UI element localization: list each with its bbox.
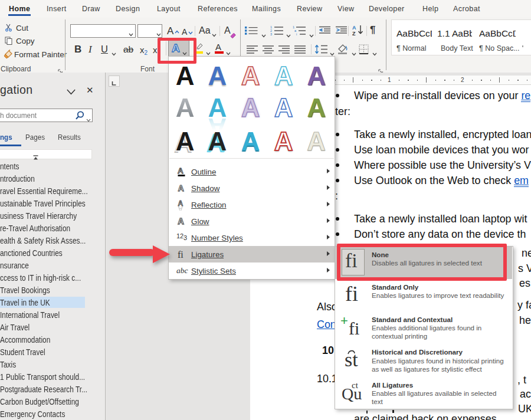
- svg-text:A: A: [178, 166, 183, 175]
- svg-text:A: A: [178, 216, 184, 226]
- svg-text:abc: abc: [176, 266, 188, 275]
- svg-text:A: A: [352, 25, 356, 31]
- svg-text:A: A: [178, 205, 183, 211]
- svg-text:3: 3: [270, 32, 272, 35]
- svg-text:3: 3: [183, 234, 187, 241]
- svg-text:12: 12: [176, 232, 183, 239]
- svg-text:A: A: [178, 183, 184, 193]
- svg-text:Z: Z: [352, 31, 356, 36]
- svg-text:fi: fi: [178, 250, 183, 260]
- svg-text:i: i: [296, 32, 297, 35]
